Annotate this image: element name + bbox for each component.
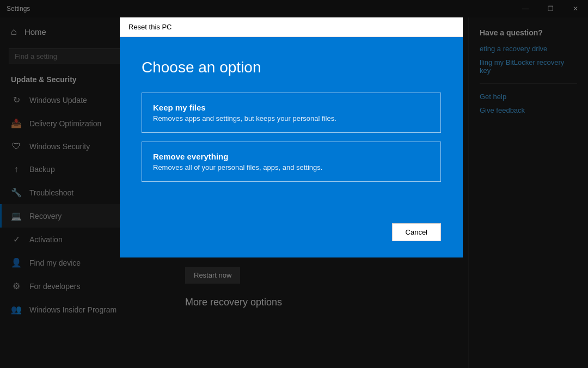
remove-everything-title: Remove everything xyxy=(153,152,430,161)
remove-everything-option[interactable]: Remove everything Removes all of your pe… xyxy=(142,142,441,182)
reset-pc-modal: Reset this PC Choose an option Keep my f… xyxy=(120,17,463,257)
modal-overlay: Reset this PC Choose an option Keep my f… xyxy=(0,0,588,368)
modal-heading: Choose an option xyxy=(142,59,441,76)
keep-files-title: Keep my files xyxy=(153,103,430,112)
remove-everything-description: Removes all of your personal files, apps… xyxy=(153,163,430,171)
modal-titlebar: Reset this PC xyxy=(120,17,463,37)
modal-body: Choose an option Keep my files Removes a… xyxy=(120,37,463,212)
modal-titlebar-label: Reset this PC xyxy=(128,23,171,31)
keep-files-option[interactable]: Keep my files Removes apps and settings,… xyxy=(142,93,441,133)
keep-files-description: Removes apps and settings, but keeps you… xyxy=(153,114,430,122)
cancel-button[interactable]: Cancel xyxy=(392,223,441,241)
modal-footer: Cancel xyxy=(120,212,463,257)
